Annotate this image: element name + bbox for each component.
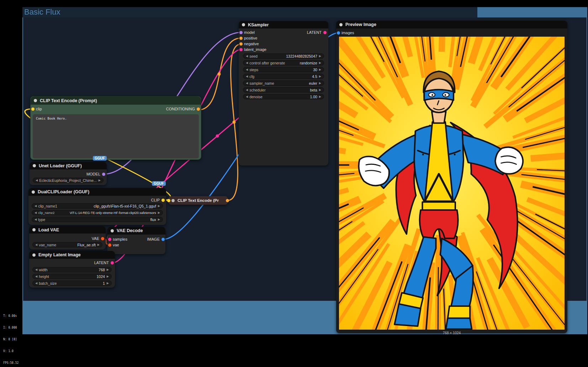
widget-denoise[interactable]: ◀denoise 1.00▶ <box>243 94 324 99</box>
decrement-arrow-icon[interactable]: ◀ <box>246 61 248 64</box>
comic-hero-illustration <box>339 37 565 330</box>
input-dot-negative[interactable] <box>239 42 243 46</box>
preview-image-output[interactable] <box>339 37 565 330</box>
increment-arrow-icon[interactable]: ▶ <box>158 211 160 214</box>
decrement-arrow-icon[interactable]: ◀ <box>246 82 248 85</box>
widget-sampler-name[interactable]: ◀sampler_name euler▶ <box>243 80 324 86</box>
decrement-arrow-icon[interactable]: ◀ <box>35 204 37 208</box>
node-unet-header[interactable]: Unet Loader (GGUF) <box>30 162 107 169</box>
window-title: Basic Flux <box>24 7 60 17</box>
prompt-textarea[interactable]: Comic Book Hero. <box>33 114 199 158</box>
input-dot-positive[interactable] <box>239 37 243 40</box>
node-title: Load VAE <box>38 227 59 232</box>
decrement-arrow-icon[interactable]: ◀ <box>35 218 37 221</box>
node-title: Preview Image <box>345 22 376 27</box>
increment-arrow-icon[interactable]: ▶ <box>107 275 109 278</box>
widget-control-after-generate[interactable]: ◀control after generate randomize▶ <box>243 60 324 65</box>
widget-clip-name2[interactable]: ◀clip_name2 ViT-L-14-REG-TE-only-xtreme-… <box>32 210 163 215</box>
input-dot-model[interactable] <box>239 31 243 34</box>
input-label-latent-image: latent_image <box>244 47 266 52</box>
node-load-vae[interactable]: Load VAE VAE ◀vae_name Flux_ae.sft▶ <box>29 226 106 250</box>
increment-arrow-icon[interactable]: ▶ <box>158 204 160 208</box>
node-vae-decode[interactable]: VAE Decode samples vae IMAGE <box>107 227 165 254</box>
output-dot-vae[interactable] <box>101 237 104 240</box>
node-empty-latent-image[interactable]: Empty Latent Image LATENT ◀width 768▶ ◀h… <box>29 251 115 288</box>
decrement-arrow-icon[interactable]: ◀ <box>246 88 248 91</box>
input-label-samples: samples <box>113 237 127 241</box>
decrement-arrow-icon[interactable]: ◀ <box>35 243 37 246</box>
widget-vae-name[interactable]: ◀vae_name Flux_ae.sft▶ <box>32 242 102 247</box>
node-clip-prompt-header[interactable]: CLIP Text Encode (Prompt) <box>31 96 201 105</box>
widget-batch-size[interactable]: ◀batch_size 1▶ <box>32 281 112 286</box>
node-collapse-dot-icon[interactable] <box>171 199 175 202</box>
output-dot-conditioning[interactable] <box>197 108 200 111</box>
node-preview-image[interactable]: Preview Image images <box>336 21 567 333</box>
node-clip-text-encode-negative-collapsed[interactable]: CLIP Text Encode (Pr <box>169 196 228 205</box>
widget-clip-name1[interactable]: ◀clip_name1 clip_ggufs\Flan-t5-xxl-F16_Q… <box>32 203 163 209</box>
node-title: KSampler <box>248 22 269 27</box>
node-unet-loader-gguf[interactable]: Unet Loader (GGUF) MODEL ◀EclecticEuphor… <box>30 162 107 185</box>
widget-width[interactable]: ◀width 768▶ <box>32 267 112 272</box>
input-dot-latent-image[interactable] <box>239 48 243 51</box>
input-dot-samples[interactable] <box>108 238 111 241</box>
output-label-vae: VAE <box>92 236 99 241</box>
node-ksampler-header[interactable]: KSampler <box>239 21 328 28</box>
node-ksampler[interactable]: KSampler model positive negative latent_… <box>239 21 328 166</box>
node-preview-header[interactable]: Preview Image <box>336 21 567 28</box>
increment-arrow-icon[interactable]: ▶ <box>319 61 321 64</box>
decrement-arrow-icon[interactable]: ◀ <box>246 75 248 78</box>
widget-type[interactable]: ◀type flux▶ <box>32 217 163 222</box>
increment-arrow-icon[interactable]: ▶ <box>319 54 321 58</box>
decrement-arrow-icon[interactable]: ◀ <box>35 282 37 285</box>
output-dot-latent[interactable] <box>111 261 114 264</box>
node-vae-decode-header[interactable]: VAE Decode <box>107 227 165 235</box>
widget-seed[interactable]: ◀seed 132244882825047▶ <box>243 53 324 59</box>
stats-line: I: 0.000 <box>3 326 18 330</box>
increment-arrow-icon[interactable]: ▶ <box>319 88 321 91</box>
decrement-arrow-icon[interactable]: ◀ <box>246 95 248 98</box>
stats-line: FPS:58.52 <box>3 361 18 365</box>
decrement-arrow-icon[interactable]: ◀ <box>246 68 248 71</box>
widget-steps[interactable]: ◀steps 30▶ <box>243 67 324 72</box>
increment-arrow-icon[interactable]: ▶ <box>97 243 100 246</box>
decrement-arrow-icon[interactable]: ◀ <box>246 54 248 58</box>
decrement-arrow-icon[interactable]: ◀ <box>36 179 38 182</box>
increment-arrow-icon[interactable]: ▶ <box>107 268 109 271</box>
titlebar-tab[interactable] <box>477 7 587 17</box>
node-empty-latent-header[interactable]: Empty Latent Image <box>29 251 115 259</box>
increment-arrow-icon[interactable]: ▶ <box>158 218 160 221</box>
stats-line: T: 0.00s <box>3 314 18 318</box>
decrement-arrow-icon[interactable]: ◀ <box>35 268 37 271</box>
decrement-arrow-icon[interactable]: ◀ <box>35 211 37 214</box>
increment-arrow-icon[interactable]: ▶ <box>319 75 321 78</box>
input-label-negative: negative <box>244 42 259 46</box>
widget-scheduler[interactable]: ◀scheduler beta▶ <box>243 87 324 93</box>
input-dot-clip[interactable] <box>167 199 170 202</box>
increment-arrow-icon[interactable]: ▶ <box>107 282 109 285</box>
output-dot-clip[interactable] <box>161 199 165 202</box>
output-label-model: MODEL <box>86 172 100 176</box>
render-stats-overlay: T: 0.00s I: 0.000 N: 8 [8] V: 1.0 FPS:58… <box>3 306 18 367</box>
decrement-arrow-icon[interactable]: ◀ <box>35 275 37 278</box>
output-dot-conditioning[interactable] <box>226 199 229 202</box>
widget-unet-name[interactable]: ◀EclecticEuphoria_Project_Chime... ▶ <box>33 178 104 183</box>
widget-height[interactable]: ◀height 1024▶ <box>32 274 112 279</box>
increment-arrow-icon[interactable]: ▶ <box>99 179 101 182</box>
output-label-image: IMAGE <box>147 237 160 241</box>
node-dualcliploader-gguf[interactable]: DualCLIPLoader (GGUF) CLIP ◀clip_name1 c… <box>28 188 166 225</box>
node-clip-text-encode-prompt[interactable]: CLIP Text Encode (Prompt) clip CONDITION… <box>30 96 201 160</box>
input-dot-images[interactable] <box>337 31 340 35</box>
node-dualclip-header[interactable]: DualCLIPLoader (GGUF) <box>28 188 166 196</box>
increment-arrow-icon[interactable]: ▶ <box>319 95 321 98</box>
output-dot-image[interactable] <box>161 238 165 241</box>
input-dot-vae[interactable] <box>108 243 111 247</box>
increment-arrow-icon[interactable]: ▶ <box>319 82 321 85</box>
increment-arrow-icon[interactable]: ▶ <box>319 68 321 71</box>
node-status-dot-icon <box>32 228 36 231</box>
input-dot-clip[interactable] <box>31 108 35 111</box>
widget-cfg[interactable]: ◀cfg 4.5▶ <box>243 74 324 79</box>
output-dot-model[interactable] <box>102 173 105 176</box>
node-load-vae-header[interactable]: Load VAE <box>29 226 106 234</box>
titlebar[interactable]: Basic Flux <box>22 7 477 17</box>
output-dot-latent[interactable] <box>323 31 327 34</box>
